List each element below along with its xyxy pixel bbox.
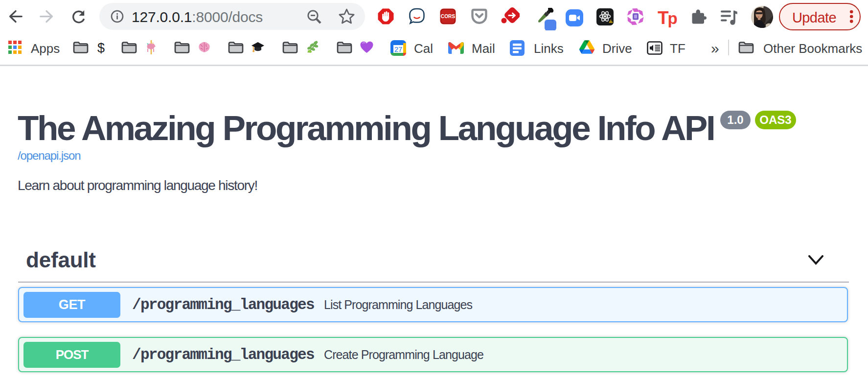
svg-text:27: 27 xyxy=(394,46,402,53)
svg-text:CORS: CORS xyxy=(441,14,456,19)
